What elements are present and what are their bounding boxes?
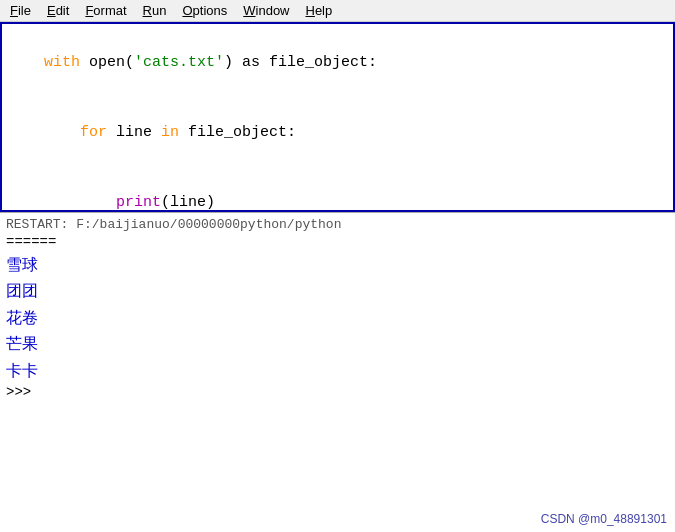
- editor-pane[interactable]: with open('cats.txt') as file_object: fo…: [0, 22, 675, 212]
- menu-run[interactable]: Run: [135, 1, 175, 20]
- string-cats: 'cats.txt': [134, 54, 224, 71]
- editor-line-2: for line in file_object:: [8, 98, 667, 168]
- menu-format[interactable]: Format: [77, 1, 134, 20]
- output-separator: ======: [6, 234, 669, 250]
- output-pane: RESTART: F:/baijianuo/00000000python/pyt…: [0, 212, 675, 532]
- output-item-1: 团团: [6, 278, 669, 304]
- menubar: File Edit Format Run Options Window Help: [0, 0, 675, 22]
- output-item-2: 花卷: [6, 305, 669, 331]
- watermark: CSDN @m0_48891301: [541, 512, 667, 526]
- keyword-in: in: [161, 124, 179, 141]
- menu-window[interactable]: Window: [235, 1, 297, 20]
- editor-line-1: with open('cats.txt') as file_object:: [8, 28, 667, 98]
- output-item-4: 卡卡: [6, 358, 669, 384]
- menu-edit[interactable]: Edit: [39, 1, 77, 20]
- menu-options[interactable]: Options: [174, 1, 235, 20]
- keyword-with: with: [44, 54, 80, 71]
- menu-file[interactable]: File: [2, 1, 39, 20]
- keyword-for: for: [80, 124, 107, 141]
- output-item-3: 芒果: [6, 331, 669, 357]
- editor-line-3: print(line): [8, 168, 667, 213]
- output-truncated-line: RESTART: F:/baijianuo/00000000python/pyt…: [6, 217, 669, 232]
- menu-help[interactable]: Help: [298, 1, 341, 20]
- prompt-line: >>>: [6, 384, 669, 400]
- output-item-0: 雪球: [6, 252, 669, 278]
- func-print: print: [116, 194, 161, 211]
